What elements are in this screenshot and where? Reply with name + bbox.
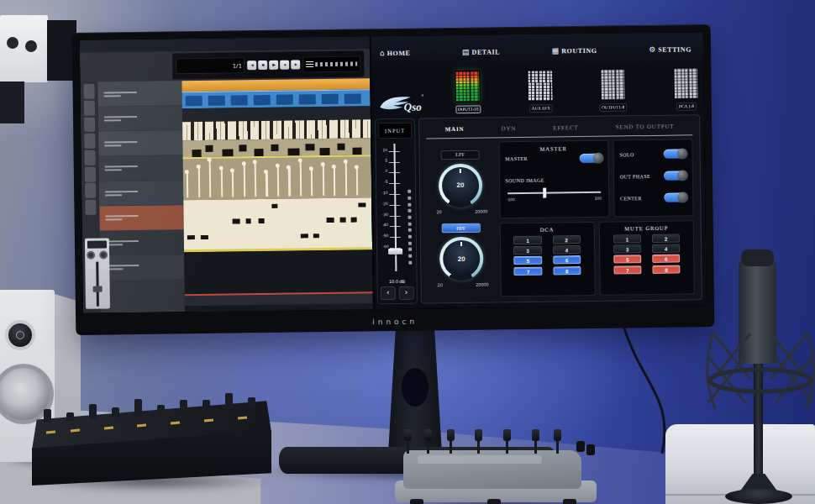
tab-send-to-output[interactable]: SEND TO OUTPUT (616, 123, 675, 131)
pan-knob[interactable] (87, 250, 95, 259)
toolbox-button[interactable] (84, 166, 96, 181)
track-row-4[interactable] (98, 155, 182, 181)
transport-secondary-display (303, 56, 361, 73)
track-row-3[interactable] (98, 131, 182, 156)
menu-label: SETTING (658, 45, 691, 54)
tab-dyn[interactable]: DYN (501, 125, 516, 132)
track-row-6[interactable] (99, 205, 183, 230)
hpf-button[interactable]: HPF (442, 223, 481, 234)
mute-group-button-6[interactable]: 6 (652, 255, 681, 263)
toolbox-button[interactable] (84, 134, 96, 149)
dca-button-8[interactable]: 8 (553, 266, 581, 275)
sound-image-slider[interactable] (507, 191, 601, 193)
center-toggle[interactable] (664, 193, 686, 202)
mixer-knob-cap (66, 412, 74, 421)
toolbox-button[interactable] (85, 200, 97, 215)
velocity-dot (276, 163, 280, 167)
velocity-stem (209, 160, 212, 198)
mic-stand-base (725, 489, 792, 504)
meter-segment (408, 241, 412, 244)
dca-button-6[interactable]: 6 (553, 256, 581, 265)
shelf-dark-object (0, 81, 24, 123)
track-row-1[interactable] (97, 81, 181, 107)
gain-knob[interactable] (99, 250, 108, 259)
midi-note (239, 144, 246, 152)
input-fader-cap[interactable] (388, 249, 402, 255)
sound-image-label: SOUND IMAGE (506, 177, 544, 183)
fader-value-readout: 10.0 dB (381, 278, 413, 284)
mute-group-grid: 12345678 (605, 233, 689, 270)
track-row-7[interactable] (99, 230, 183, 255)
track-text-dash (104, 119, 121, 121)
fader-scale-label: 0 (379, 169, 387, 173)
out-phase-toggle[interactable] (664, 171, 686, 181)
transport-button-1[interactable]: ■ (259, 60, 268, 70)
channel-fader[interactable] (96, 261, 99, 307)
lpf-knob[interactable]: 202020000 (439, 163, 483, 207)
mute-group-button-1[interactable]: 1 (613, 234, 642, 243)
home-icon: ⌂ (380, 50, 385, 57)
meter-view-3[interactable]: OUTPUT1-8 (600, 68, 626, 112)
tab-main[interactable]: MAIN (445, 126, 465, 133)
mute-group-button-8[interactable]: 8 (652, 265, 681, 273)
midi-note (259, 218, 265, 223)
track-text-dash (104, 141, 137, 144)
transport-button-0[interactable]: ◄ (248, 60, 257, 70)
logo-mark: ° (422, 93, 424, 99)
fader-scale-tick (389, 172, 400, 173)
dca-button-5[interactable]: 5 (514, 256, 543, 265)
meter-view-2[interactable]: AUX EFX (528, 70, 554, 113)
transport-button-2[interactable]: ▶ (270, 60, 279, 70)
menu-item-detail[interactable]: ▤DETAIL (462, 48, 500, 56)
toolbox-button[interactable] (85, 183, 97, 198)
track-text-dash (104, 116, 137, 118)
dca-button-4[interactable]: 4 (553, 245, 581, 254)
dca-button-2[interactable]: 2 (552, 235, 581, 244)
master-toggle[interactable] (579, 153, 602, 162)
piano-roll[interactable] (182, 119, 371, 157)
mute-group-button-5[interactable]: 5 (613, 255, 642, 264)
menu-item-setting[interactable]: ⚙SETTING (649, 45, 691, 54)
tab-effect[interactable]: EFFECT (553, 124, 578, 131)
toolbox-button[interactable] (83, 84, 95, 99)
sound-image-thumb[interactable] (543, 187, 546, 197)
mini-fader-stem (506, 440, 508, 454)
speaker-port (25, 40, 37, 52)
fader-cap[interactable] (93, 286, 103, 292)
fader-scale-tick (389, 151, 400, 152)
dca-button-3[interactable]: 3 (514, 246, 543, 255)
velocity-stem (311, 170, 313, 197)
condenser-microphone (702, 248, 815, 504)
toolbox-button[interactable] (83, 101, 95, 116)
cream-note-lane[interactable] (183, 197, 372, 252)
transport-button-3[interactable]: ● (281, 60, 290, 70)
mute-group-button-3[interactable]: 3 (613, 244, 642, 253)
track-row-8[interactable] (100, 255, 184, 280)
track-row-2[interactable] (98, 106, 182, 131)
mute-group-button-4[interactable]: 4 (652, 244, 681, 253)
dca-button-7[interactable]: 7 (514, 267, 543, 276)
dca-button-1[interactable]: 1 (513, 235, 542, 244)
menu-item-home[interactable]: ⌂HOME (380, 50, 411, 57)
hpf-knob[interactable]: 202020000 (439, 237, 484, 281)
lpf-button[interactable]: LPF (440, 150, 479, 160)
mute-group-button-2[interactable]: 2 (652, 234, 681, 242)
transport-button-4[interactable]: ► (292, 60, 301, 69)
solo-toggle[interactable] (664, 149, 686, 158)
velocity-dot (287, 165, 291, 170)
menu-item-routing[interactable]: ▦ROUTING (552, 47, 597, 55)
knob-pointer (460, 242, 462, 246)
previous-channel-button[interactable]: ‹ (381, 286, 396, 299)
mute-group-button-7[interactable]: 7 (613, 265, 642, 274)
midi-note (301, 234, 308, 238)
fader-zone[interactable]: 1050-5-10-20-30-40-50-60 (379, 142, 413, 276)
toolbox-button[interactable] (84, 117, 96, 132)
meter-view-4[interactable]: DCA 1-8 (673, 67, 699, 111)
toolbox-button[interactable] (84, 150, 96, 165)
velocity-lane[interactable] (182, 155, 371, 200)
meter-view-1[interactable]: INPUT1-16 (455, 71, 481, 114)
midi-note (233, 219, 240, 223)
left-mixer (32, 396, 271, 486)
track-row-5[interactable] (99, 181, 183, 206)
next-channel-button[interactable]: › (399, 286, 414, 299)
